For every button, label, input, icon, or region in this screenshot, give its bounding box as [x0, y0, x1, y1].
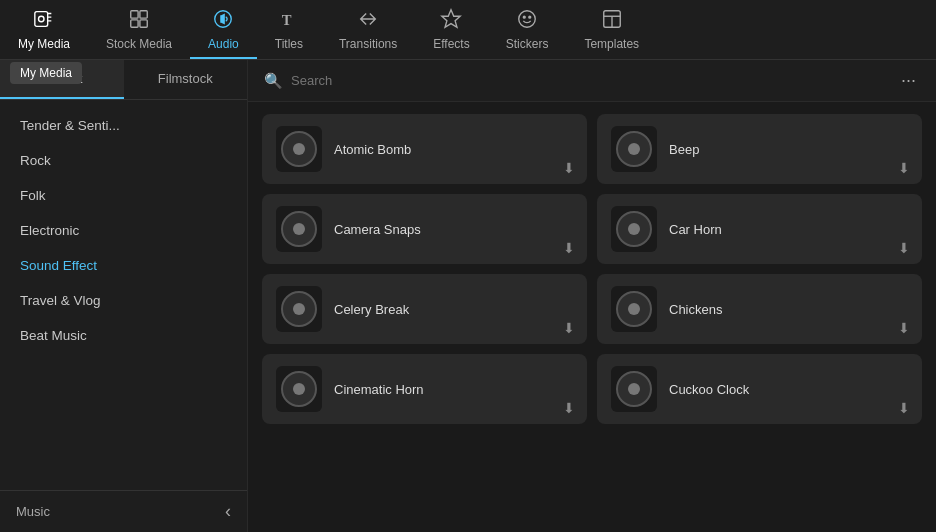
download-btn-cuckoo-clock[interactable]: ⬇: [898, 400, 910, 416]
grid-card-cuckoo-clock[interactable]: Cuckoo Clock ⬇: [597, 354, 922, 424]
disc-icon-chickens: [616, 291, 652, 327]
search-icon: 🔍: [264, 72, 283, 90]
download-btn-celery-break[interactable]: ⬇: [563, 320, 575, 336]
nav-label-stock-media: Stock Media: [106, 37, 172, 51]
transitions-icon: [357, 8, 379, 33]
nav-item-transitions[interactable]: Transitions: [321, 0, 415, 59]
my-media-icon: [33, 8, 55, 33]
main-content: DefaultFilmstock Tender & Senti...RockFo…: [0, 60, 936, 532]
disc-inner-celery-break: [293, 303, 305, 315]
sidebar-item-folk[interactable]: Folk: [0, 178, 247, 213]
more-button[interactable]: ···: [897, 70, 920, 91]
nav-label-titles: Titles: [275, 37, 303, 51]
grid-card-car-horn[interactable]: Car Horn ⬇: [597, 194, 922, 264]
disc-icon-car-horn: [616, 211, 652, 247]
card-title-beep: Beep: [669, 142, 908, 157]
disc-inner-beep: [628, 143, 640, 155]
svg-point-9: [519, 11, 536, 28]
card-thumb-cuckoo-clock: [611, 366, 657, 412]
grid-card-chickens[interactable]: Chickens ⬇: [597, 274, 922, 344]
svg-rect-0: [35, 12, 48, 27]
card-thumb-camera-snaps: [276, 206, 322, 252]
audio-icon: [212, 8, 234, 33]
stock-media-icon: [128, 8, 150, 33]
search-bar: 🔍 ···: [248, 60, 936, 102]
nav-label-templates: Templates: [584, 37, 639, 51]
sidebar-item-tender[interactable]: Tender & Senti...: [0, 108, 247, 143]
card-title-camera-snaps: Camera Snaps: [334, 222, 573, 237]
card-thumb-car-horn: [611, 206, 657, 252]
nav-item-audio[interactable]: Audio: [190, 0, 257, 59]
disc-inner-chickens: [628, 303, 640, 315]
sidebar-item-sound-effect[interactable]: Sound Effect: [0, 248, 247, 283]
card-thumb-chickens: [611, 286, 657, 332]
disc-icon-beep: [616, 131, 652, 167]
download-btn-cinematic-horn[interactable]: ⬇: [563, 400, 575, 416]
audio-grid: Atomic Bomb ⬇ Beep ⬇ Camera Snaps ⬇ Car …: [248, 102, 936, 532]
disc-inner-car-horn: [628, 223, 640, 235]
svg-rect-5: [140, 20, 147, 27]
sidebar-item-travel-vlog[interactable]: Travel & Vlog: [0, 283, 247, 318]
nav-item-titles[interactable]: T Titles: [257, 0, 321, 59]
disc-inner-camera-snaps: [293, 223, 305, 235]
nav-item-templates[interactable]: Templates: [566, 0, 657, 59]
titles-icon: T: [278, 8, 300, 33]
card-title-atomic-bomb: Atomic Bomb: [334, 142, 573, 157]
disc-icon-celery-break: [281, 291, 317, 327]
card-title-celery-break: Celery Break: [334, 302, 573, 317]
download-btn-camera-snaps[interactable]: ⬇: [563, 240, 575, 256]
search-input[interactable]: [291, 73, 889, 88]
disc-inner-atomic-bomb: [293, 143, 305, 155]
card-thumb-celery-break: [276, 286, 322, 332]
nav-item-stock-media[interactable]: Stock Media: [88, 0, 190, 59]
sidebar-footer[interactable]: Music ‹: [0, 490, 247, 532]
disc-inner-cuckoo-clock: [628, 383, 640, 395]
nav-label-my-media: My Media: [18, 37, 70, 51]
card-thumb-atomic-bomb: [276, 126, 322, 172]
card-title-car-horn: Car Horn: [669, 222, 908, 237]
nav-item-my-media[interactable]: My Media: [0, 0, 88, 59]
download-btn-atomic-bomb[interactable]: ⬇: [563, 160, 575, 176]
nav-item-stickers[interactable]: Stickers: [488, 0, 567, 59]
disc-icon-atomic-bomb: [281, 131, 317, 167]
nav-item-effects[interactable]: Effects: [415, 0, 487, 59]
card-thumb-cinematic-horn: [276, 366, 322, 412]
card-thumb-beep: [611, 126, 657, 172]
templates-icon: [601, 8, 623, 33]
grid-card-beep[interactable]: Beep ⬇: [597, 114, 922, 184]
download-btn-beep[interactable]: ⬇: [898, 160, 910, 176]
sidebar-item-beat-music[interactable]: Beat Music: [0, 318, 247, 353]
disc-icon-cuckoo-clock: [616, 371, 652, 407]
sidebar-footer-label: Music: [16, 504, 50, 519]
svg-point-10: [523, 16, 525, 18]
nav-label-stickers: Stickers: [506, 37, 549, 51]
svg-rect-4: [131, 20, 138, 27]
grid-card-camera-snaps[interactable]: Camera Snaps ⬇: [262, 194, 587, 264]
svg-rect-3: [140, 11, 147, 18]
card-title-cuckoo-clock: Cuckoo Clock: [669, 382, 908, 397]
grid-card-atomic-bomb[interactable]: Atomic Bomb ⬇: [262, 114, 587, 184]
disc-icon-camera-snaps: [281, 211, 317, 247]
sidebar-tab-filmstock[interactable]: Filmstock: [124, 60, 248, 99]
top-nav: My Media Stock Media Audio T Titles Tran…: [0, 0, 936, 60]
svg-point-11: [529, 16, 531, 18]
grid-card-celery-break[interactable]: Celery Break ⬇: [262, 274, 587, 344]
grid-card-cinematic-horn[interactable]: Cinematic Horn ⬇: [262, 354, 587, 424]
my-media-tooltip: My Media: [10, 62, 82, 84]
card-title-chickens: Chickens: [669, 302, 908, 317]
svg-rect-2: [131, 11, 138, 18]
card-title-cinematic-horn: Cinematic Horn: [334, 382, 573, 397]
sidebar-item-electronic[interactable]: Electronic: [0, 213, 247, 248]
sidebar: DefaultFilmstock Tender & Senti...RockFo…: [0, 60, 248, 532]
nav-label-audio: Audio: [208, 37, 239, 51]
nav-label-effects: Effects: [433, 37, 469, 51]
svg-point-1: [39, 16, 45, 22]
disc-inner-cinematic-horn: [293, 383, 305, 395]
sidebar-item-rock[interactable]: Rock: [0, 143, 247, 178]
download-btn-chickens[interactable]: ⬇: [898, 320, 910, 336]
svg-text:T: T: [282, 12, 292, 28]
nav-label-transitions: Transitions: [339, 37, 397, 51]
download-btn-car-horn[interactable]: ⬇: [898, 240, 910, 256]
effects-icon: [440, 8, 462, 33]
content-area: 🔍 ··· Atomic Bomb ⬇ Beep ⬇ Camera Snaps: [248, 60, 936, 532]
